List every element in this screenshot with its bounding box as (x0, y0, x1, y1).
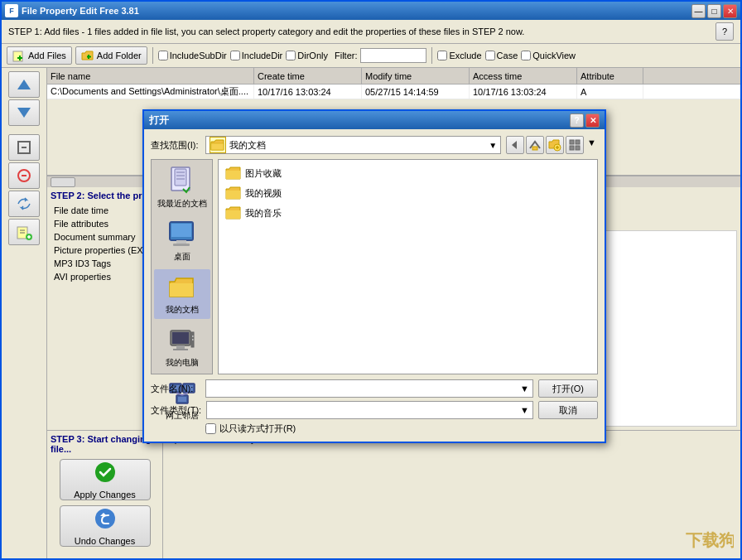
case-check[interactable]: Case (485, 51, 518, 60)
window-title: File Property Edit Free 3.81 (22, 6, 139, 16)
dir-only-checkbox[interactable] (286, 51, 296, 60)
col-header-create: Create time (254, 68, 362, 84)
left-sidebar (2, 68, 47, 558)
quickview-check[interactable]: QuickView (521, 51, 576, 60)
sidebar-action1-button[interactable] (8, 134, 40, 161)
svg-marker-5 (17, 80, 31, 89)
include-subdir-checkbox[interactable] (158, 51, 168, 60)
svg-rect-41 (176, 345, 185, 349)
exclude-checkbox[interactable] (437, 51, 447, 60)
file-item-0[interactable]: 图片收藏 (222, 163, 594, 183)
title-bar-controls: — □ ✕ (691, 4, 737, 18)
table-row[interactable]: C:\Documents and Settings\Administrator\… (47, 84, 740, 99)
sidebar-action3-button[interactable] (8, 191, 40, 217)
include-dir-checkbox[interactable] (230, 51, 240, 60)
filetype-row: 文件类型(T): ▼ 取消 (151, 401, 598, 419)
toolbar: Add Files Add Folder IncludeSubDir Inclu… (2, 44, 740, 68)
col-header-filename: File name (47, 68, 254, 84)
location-combo[interactable]: 我的文档 ▼ (205, 136, 501, 154)
location-label: 查找范围(I): (151, 139, 200, 152)
cancel-button[interactable]: 取消 (538, 401, 598, 419)
dialog-main-area: 我最近的文档 桌面 (151, 159, 598, 374)
dialog-nav-computer[interactable]: 我的电脑 (154, 322, 210, 372)
dialog-back-button[interactable] (506, 136, 524, 154)
minimize-button[interactable]: — (691, 4, 706, 18)
case-checkbox[interactable] (485, 51, 495, 60)
dialog-nav-recent[interactable]: 我最近的文档 (154, 163, 210, 213)
exclude-check[interactable]: Exclude (437, 51, 481, 60)
dialog-new-folder-button[interactable] (546, 136, 564, 154)
filetype-combo[interactable]: ▼ (206, 401, 533, 419)
sidebar-action2-button[interactable] (8, 162, 40, 189)
help-button[interactable]: ? (716, 22, 734, 41)
filetype-label: 文件类型(T): (151, 404, 201, 417)
file-item-1[interactable]: 我的视频 (222, 183, 594, 203)
include-dir-check[interactable]: IncludeDir (230, 51, 283, 60)
mydocs-label: 我的文档 (166, 304, 199, 316)
add-files-icon (12, 49, 26, 62)
dialog-title: 打开 (149, 113, 169, 128)
svg-rect-45 (192, 339, 194, 340)
close-button[interactable]: ✕ (723, 4, 737, 18)
cell-access: 10/17/16 13:03:24 (470, 84, 577, 99)
folder-icon-1 (225, 185, 242, 201)
dialog-view-arrow[interactable]: ▼ (585, 136, 598, 154)
file-label-0: 图片收藏 (245, 167, 282, 180)
apply-icon (94, 461, 117, 488)
computer-label: 我的电脑 (166, 357, 199, 369)
svg-point-17 (95, 462, 115, 482)
svg-rect-31 (175, 169, 186, 186)
mydocs-icon (167, 273, 197, 302)
dialog-left-nav: 我最近的文档 桌面 (151, 159, 213, 374)
svg-rect-42 (173, 349, 188, 350)
toolbar-sep-1 (152, 47, 153, 64)
add-folder-icon (81, 49, 94, 62)
maximize-button[interactable]: □ (707, 4, 721, 18)
dialog-location-row: 查找范围(I): 我的文档 ▼ (151, 136, 598, 154)
filename-label: 文件名(N): (151, 383, 200, 395)
add-folder-button[interactable]: Add Folder (75, 46, 147, 65)
col-header-attr: Attribute (577, 68, 643, 84)
sidebar-up-button[interactable] (8, 71, 40, 98)
filter-input[interactable] (360, 48, 426, 63)
quickview-checkbox[interactable] (521, 51, 531, 60)
svg-rect-28 (570, 146, 574, 150)
cell-create: 10/17/16 13:03:24 (254, 84, 362, 99)
title-bar-left: F File Property Edit Free 3.81 (5, 4, 139, 17)
svg-point-18 (95, 509, 115, 529)
folder-icon-2 (225, 205, 242, 221)
undo-changes-button[interactable]: Undo Changes (60, 505, 151, 547)
sidebar-down-button[interactable] (8, 99, 40, 126)
apply-changes-button[interactable]: Apply Changes (60, 459, 151, 500)
svg-marker-21 (512, 141, 517, 149)
filename-combo[interactable]: ▼ (205, 379, 533, 398)
dialog-nav-mydocs[interactable]: 我的文档 (154, 269, 210, 319)
readonly-checkbox[interactable] (205, 423, 216, 434)
desktop-icon (167, 220, 197, 249)
dialog-view-button[interactable] (566, 136, 584, 154)
svg-rect-36 (171, 224, 191, 237)
file-label-2: 我的音乐 (245, 207, 282, 220)
file-item-2[interactable]: 我的音乐 (222, 203, 594, 223)
dir-only-check[interactable]: DirOnly (286, 51, 328, 60)
dialog-help-button[interactable]: ? (570, 113, 584, 128)
open-button[interactable]: 打开(O) (538, 379, 598, 398)
svg-rect-38 (173, 244, 190, 246)
add-files-button[interactable]: Add Files (7, 46, 72, 65)
open-file-dialog: 打开 ? ✕ 查找范围(I): (142, 109, 606, 443)
svg-rect-44 (192, 336, 194, 337)
dialog-file-area[interactable]: 图片收藏 我的视频 (218, 159, 598, 374)
cell-filename: C:\Documents and Settings\Administrator\… (47, 84, 254, 99)
dialog-title-bar: 打开 ? ✕ (144, 111, 605, 129)
undo-changes-label: Undo Changes (75, 536, 135, 546)
dialog-close-button[interactable]: ✕ (585, 113, 600, 128)
svg-marker-6 (17, 108, 31, 118)
include-subdir-check[interactable]: IncludeSubDir (158, 51, 227, 60)
dialog-up-button[interactable] (526, 136, 544, 154)
filename-arrow-icon: ▼ (520, 384, 529, 393)
svg-text:下载狗: 下载狗 (686, 531, 734, 549)
sidebar-action4-button[interactable] (8, 219, 40, 245)
dialog-nav-desktop[interactable]: 桌面 (154, 216, 210, 266)
readonly-label: 以只读方式打开(R) (219, 422, 296, 435)
filename-row: 文件名(N): ▼ 打开(O) (151, 379, 598, 398)
